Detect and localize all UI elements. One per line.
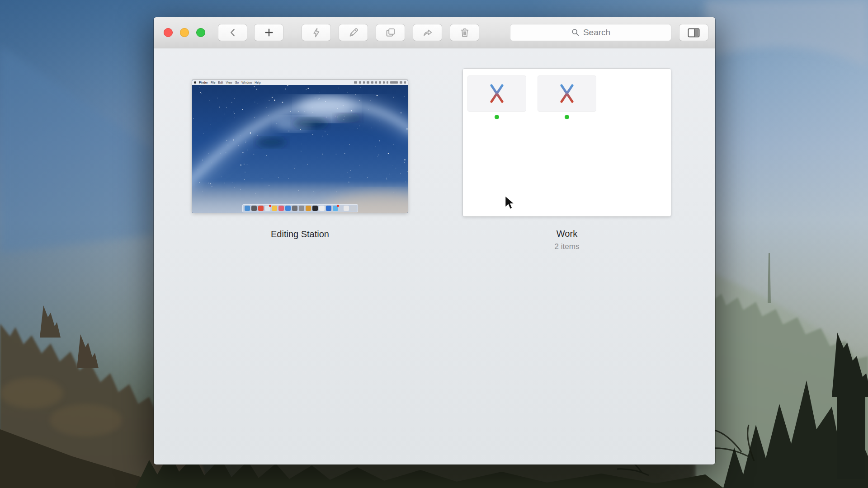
app-window: Search (154, 17, 715, 465)
dock-app-icon (272, 206, 277, 211)
dock-app-icon (258, 206, 264, 211)
lightning-icon (311, 27, 322, 38)
toolbar: Search (154, 17, 715, 48)
share-arrow-icon (422, 27, 434, 38)
apple-logo-icon (194, 81, 196, 84)
dock-app-icon (245, 206, 250, 211)
connect-button[interactable] (302, 24, 331, 41)
chevron-left-icon (227, 27, 239, 38)
zoom-button[interactable] (196, 28, 205, 37)
menubar-item: View (226, 80, 232, 85)
close-button[interactable] (164, 28, 173, 37)
menubar-status-icons (354, 81, 406, 84)
dock-app-icon (312, 206, 318, 211)
minimize-button[interactable] (180, 28, 189, 37)
group-screen-thumbnail[interactable] (467, 75, 526, 112)
status-dot-online (565, 115, 569, 119)
menubar-item: File (211, 80, 215, 85)
status-dot-online (495, 115, 499, 119)
mouse-cursor-arrow (505, 195, 516, 211)
menubar-item: Window (241, 80, 252, 85)
dock-app-icon (265, 206, 270, 211)
dock-app-icon (278, 206, 284, 211)
item-count: 2 items (463, 242, 671, 251)
add-button[interactable] (254, 24, 283, 41)
dock-app-icon (306, 206, 311, 211)
edit-button[interactable] (339, 24, 368, 41)
group-screen-thumbnail[interactable] (538, 75, 596, 112)
window-controls (164, 28, 205, 37)
dock-app-icon (319, 206, 325, 211)
group-item-work[interactable]: Work 2 items (463, 69, 671, 251)
back-button[interactable] (218, 24, 247, 41)
menubar-item: Help (255, 80, 260, 85)
dock (242, 204, 358, 212)
search-icon (571, 28, 580, 37)
dock-app-icon (326, 206, 331, 211)
dock-app-icon (333, 206, 338, 211)
sidebar-toggle-button[interactable] (679, 24, 708, 41)
delete-button[interactable] (450, 24, 479, 41)
screen-item-editing-station[interactable]: Finder File Edit View Go Window Help Edi… (192, 80, 408, 239)
menubar-item: Finder (199, 80, 208, 85)
group-card[interactable] (463, 69, 671, 216)
pencil-icon (348, 27, 359, 38)
dock-app-icon (292, 206, 297, 211)
os-x-logo-icon (487, 83, 506, 104)
item-label: Editing Station (192, 229, 408, 239)
menubar-item: Go (235, 80, 239, 85)
item-label: Work (463, 229, 671, 239)
share-button[interactable] (413, 24, 442, 41)
dock-app-icon (251, 206, 257, 211)
thumbnail-menubar: Finder File Edit View Go Window Help (192, 80, 408, 85)
screen-thumbnail-editing-station[interactable]: Finder File Edit View Go Window Help (192, 80, 408, 213)
dock-app-icon (299, 206, 304, 211)
sidebar-panel-icon (688, 28, 700, 38)
duplicate-button[interactable] (376, 24, 405, 41)
library-content: Finder File Edit View Go Window Help Edi… (154, 48, 715, 465)
search-input[interactable]: Search (510, 24, 671, 41)
dock-app-icon (344, 206, 349, 211)
dock-app-icon (285, 206, 291, 211)
dock-app-icon (350, 206, 356, 211)
search-placeholder: Search (583, 28, 610, 38)
os-x-logo-icon (557, 83, 576, 104)
menubar-item: Edit (218, 80, 223, 85)
starry-desktop-preview (192, 80, 408, 213)
plus-icon (263, 27, 275, 38)
trash-icon (459, 27, 471, 38)
duplicate-icon (385, 27, 396, 38)
